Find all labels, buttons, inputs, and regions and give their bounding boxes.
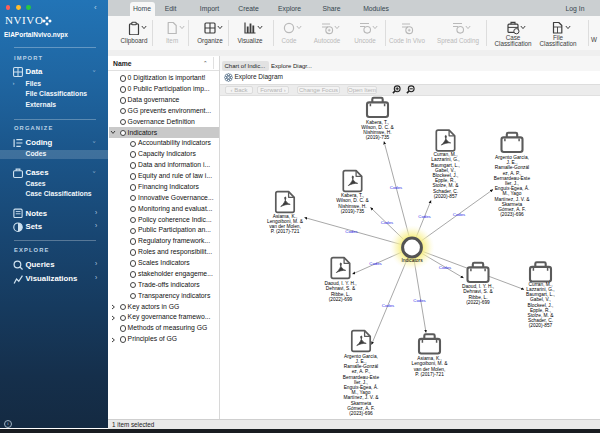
svg-text:P. (2017)-721: P. (2017)-721 [271, 229, 300, 234]
svg-text:Codes: Codes [413, 298, 425, 303]
svg-text:(2022)-699: (2022)-699 [466, 300, 490, 305]
svg-text:(2020)-857: (2020)-857 [529, 323, 553, 328]
svg-text:Codes: Codes [381, 220, 393, 225]
svg-text:(2019)-735: (2019)-735 [341, 209, 365, 214]
svg-text:(2023)-696: (2023)-696 [500, 212, 524, 217]
svg-text:(2023)-696: (2023)-696 [349, 411, 373, 416]
svg-text:Codes: Codes [453, 212, 465, 217]
svg-text:(2022)-699: (2022)-699 [329, 297, 353, 302]
svg-text:Enguix-Egea, Á.: Enguix-Egea, Á. [344, 384, 379, 390]
svg-text:Indicators: Indicators [401, 258, 423, 263]
svg-text:Codes: Codes [390, 185, 402, 190]
svg-text:P. (2017)-721: P. (2017)-721 [415, 372, 444, 377]
svg-text:(2020)-857: (2020)-857 [434, 194, 458, 199]
svg-text:(2019)-735: (2019)-735 [366, 135, 390, 140]
svg-text:Codes: Codes [439, 265, 451, 270]
svg-text:Enguix-Egea, Á.: Enguix-Egea, Á. [495, 185, 530, 191]
svg-text:Codes: Codes [345, 229, 357, 234]
svg-text:Codes: Codes [382, 303, 394, 308]
svg-text:Codes: Codes [418, 214, 430, 219]
svg-text:Codes: Codes [369, 261, 381, 266]
